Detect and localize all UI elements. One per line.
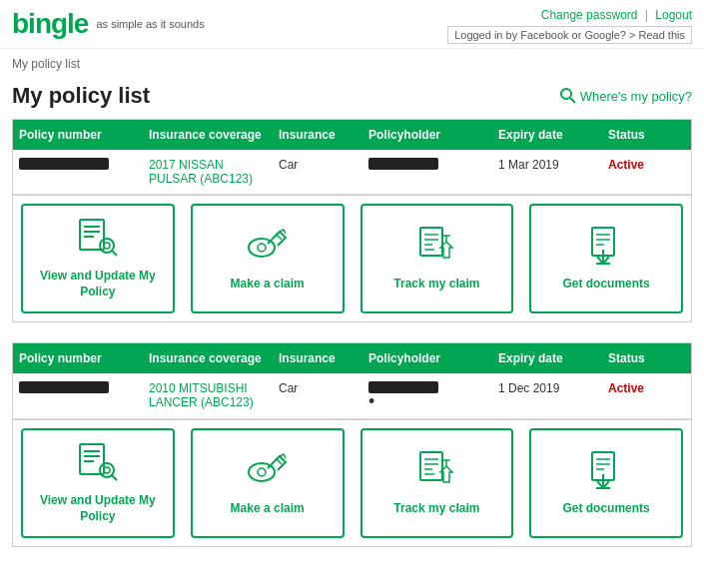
page-title-row: My policy list Where's my policy? — [0, 79, 704, 119]
get-docs-label-2: Get documents — [562, 501, 649, 517]
status-2: Active — [602, 373, 692, 418]
col-insurance-2: Insurance — [273, 343, 362, 373]
action-buttons-2: View and Update My Policy Make a claim — [13, 419, 691, 546]
get-docs-label-1: Get documents — [562, 277, 649, 293]
svg-point-6 — [100, 239, 114, 253]
track-claim-label-1: Track my claim — [393, 277, 479, 293]
status-1: Active — [602, 150, 692, 194]
action-buttons-1: View and Update My Policy Make a claim — [13, 195, 691, 321]
make-claim-label-2: Make a claim — [231, 501, 305, 517]
tagline: as simple as it sounds — [96, 17, 204, 31]
make-claim-btn-1[interactable]: Make a claim — [191, 204, 345, 313]
col-expiry: Expiry date — [492, 120, 602, 150]
header-links: Change password | Logout — [447, 8, 692, 22]
policy-row-2: 2010 MITSUBISHI LANCER (ABC123) Car • 1 … — [13, 373, 691, 419]
svg-point-10 — [258, 244, 266, 252]
svg-line-34 — [276, 458, 282, 464]
view-update-icon-2 — [74, 442, 122, 485]
insurance-type-2: Car — [273, 373, 362, 418]
track-claim-btn-2[interactable]: Track my claim — [360, 428, 514, 538]
policyholder-2: • — [362, 373, 492, 418]
header-right: Change password | Logout Logged in by Fa… — [447, 8, 692, 44]
page-title: My policy list — [12, 83, 150, 109]
logout-link[interactable]: Logout — [655, 8, 692, 22]
header: bingle as simple as it sounds Change pas… — [0, 0, 704, 49]
svg-rect-35 — [420, 452, 442, 480]
coverage-1: 2017 NISSAN PULSAR (ABC123) — [143, 150, 273, 194]
col-insurance: Insurance — [273, 120, 362, 150]
view-update-btn-2[interactable]: View and Update My Policy — [21, 428, 175, 538]
logo: bingle — [12, 8, 88, 40]
svg-line-11 — [276, 234, 282, 240]
view-update-btn-1[interactable]: View and Update My Policy — [21, 204, 175, 313]
policy-row-1: 2017 NISSAN PULSAR (ABC123) Car 1 Mar 20… — [13, 150, 691, 195]
policy-table-header-2: Policy number Insurance coverage Insuran… — [13, 343, 691, 373]
track-claim-icon-2 — [412, 450, 460, 493]
get-docs-btn-2[interactable]: Get documents — [529, 428, 683, 538]
insurance-type-1: Car — [273, 150, 362, 194]
col-expiry-2: Expiry date — [492, 343, 602, 373]
col-status-2: Status — [602, 343, 692, 373]
expiry-1: 1 Mar 2019 — [492, 150, 602, 194]
policy-number-1 — [13, 150, 143, 194]
svg-point-33 — [258, 468, 266, 476]
wheres-my-policy-link[interactable]: Where's my policy? — [560, 88, 692, 104]
expiry-2: 1 Dec 2019 — [492, 373, 602, 418]
coverage-2: 2010 MITSUBISHI LANCER (ABC123) — [143, 373, 273, 418]
policyholder-1 — [362, 150, 492, 194]
search-icon — [560, 88, 576, 104]
track-claim-label-2: Track my claim — [393, 501, 479, 517]
make-claim-btn-2[interactable]: Make a claim — [191, 428, 345, 538]
breadcrumb: My policy list — [0, 49, 704, 79]
svg-point-29 — [100, 463, 114, 477]
get-docs-icon-1 — [582, 226, 630, 269]
make-claim-icon-1 — [244, 226, 292, 269]
col-policyholder: Policyholder — [362, 120, 492, 150]
col-policy-number: Policy number — [13, 120, 143, 150]
policy-number-2 — [13, 373, 143, 418]
policy-section-2: Policy number Insurance coverage Insuran… — [12, 342, 692, 547]
col-policyholder-2: Policyholder — [362, 343, 492, 373]
fb-notice: Logged in by Facebook or Google? > Read … — [447, 26, 692, 44]
policy-section-1: Policy number Insurance coverage Insuran… — [12, 119, 692, 322]
col-policy-number-2: Policy number — [13, 343, 143, 373]
track-claim-btn-1[interactable]: Track my claim — [360, 204, 514, 313]
col-status: Status — [602, 120, 692, 150]
col-insurance-coverage: Insurance coverage — [143, 120, 273, 150]
make-claim-label-1: Make a claim — [231, 277, 305, 293]
view-update-label-1: View and Update My Policy — [31, 269, 165, 299]
svg-line-8 — [112, 251, 117, 256]
svg-rect-12 — [420, 228, 442, 256]
view-update-icon-1 — [74, 218, 122, 261]
track-claim-icon-1 — [412, 226, 460, 269]
col-insurance-coverage-2: Insurance coverage — [143, 343, 273, 373]
policy-table-header-1: Policy number Insurance coverage Insuran… — [13, 120, 691, 150]
svg-line-1 — [570, 98, 575, 103]
svg-line-31 — [112, 475, 117, 480]
get-docs-btn-1[interactable]: Get documents — [529, 204, 683, 313]
make-claim-icon-2 — [244, 450, 292, 493]
logo-area: bingle as simple as it sounds — [12, 8, 205, 40]
change-password-link[interactable]: Change password — [541, 8, 638, 22]
view-update-label-2: View and Update My Policy — [31, 493, 165, 524]
get-docs-icon-2 — [582, 450, 630, 493]
svg-point-0 — [561, 89, 571, 99]
